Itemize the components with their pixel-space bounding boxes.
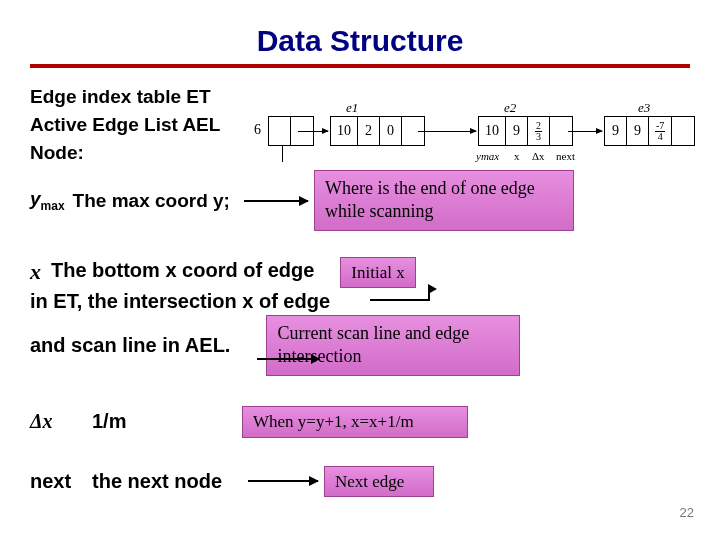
slide-content: Edge index table ET Active Edge List AEL…	[0, 86, 720, 497]
x-block: x The bottom x coord of edge Initial x i…	[30, 257, 690, 376]
diagram-label-e1: e1	[346, 100, 358, 116]
ymax-row: ymax The max coord y; Where is the end o…	[30, 170, 690, 231]
arrow-icon	[418, 131, 476, 132]
next-label: next	[30, 470, 92, 493]
diagram-index-6: 6	[254, 122, 261, 138]
connector-line	[257, 358, 313, 360]
arrow-icon	[248, 480, 318, 482]
legend-ymax: ymax	[476, 150, 499, 162]
callout-where: Where is the end of one edge while scann…	[314, 170, 574, 231]
x-var: x	[30, 257, 41, 287]
arrow-icon	[568, 131, 602, 132]
callout-current: Current scan line and edge intersection	[266, 315, 520, 376]
dx-label: Δx	[30, 410, 92, 433]
diagram-box-1: 10 2 0	[330, 116, 425, 146]
callout-initialx: Initial x	[340, 257, 415, 288]
title-divider	[30, 64, 690, 68]
arrowhead-icon	[428, 284, 437, 294]
ymax-var: ymax	[30, 188, 65, 213]
line-et: Edge index table ET	[30, 86, 690, 108]
x-line3: and scan line in AEL.	[30, 332, 230, 359]
diagram-label-e2: e2	[504, 100, 516, 116]
arrow-icon	[298, 131, 328, 132]
diagram-box-3: 9 9 -74	[604, 116, 695, 146]
slide-title: Data Structure	[0, 0, 720, 64]
x-line1: The bottom x coord of edge	[51, 257, 314, 284]
dx-value: 1/m	[92, 410, 242, 433]
dx-row: Δx 1/m When y=y+1, x=x+1/m	[30, 406, 690, 437]
callout-nextedge: Next edge	[324, 466, 434, 497]
connector-line	[370, 299, 430, 301]
diagram-label-e3: e3	[638, 100, 650, 116]
ymax-desc: The max coord y;	[73, 190, 230, 212]
legend-dx: Δx	[532, 150, 545, 162]
slide-number: 22	[680, 505, 694, 520]
arrowhead-icon	[311, 354, 320, 364]
arrow-icon	[244, 200, 308, 202]
x-line2: in ET, the intersection x of edge	[30, 288, 690, 315]
next-row: next the next node Next edge	[30, 466, 690, 497]
callout-when: When y=y+1, x=x+1/m	[242, 406, 468, 437]
diagram-box-2: 10 9 23	[478, 116, 573, 146]
legend-x: x	[514, 150, 520, 162]
diagram-stem	[282, 146, 283, 162]
legend-next: next	[556, 150, 575, 162]
next-value: the next node	[92, 470, 242, 493]
